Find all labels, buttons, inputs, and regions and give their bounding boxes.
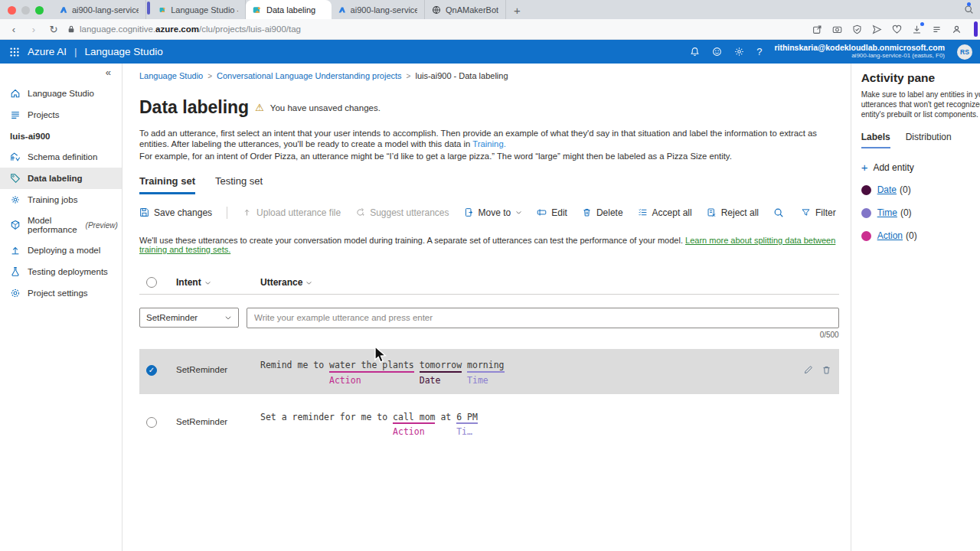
sidebar-item-testing-deployments[interactable]: Testing deployments — [0, 261, 122, 282]
chevron-down-icon[interactable] — [305, 279, 312, 286]
table-header: Intent Utterance — [139, 272, 839, 295]
close-window-button[interactable] — [8, 6, 16, 15]
utterance-text: at — [435, 412, 456, 423]
back-button[interactable]: ‹ — [8, 24, 20, 35]
minimize-window-button[interactable] — [21, 6, 30, 15]
save-icon — [139, 207, 149, 217]
waffle-menu-icon[interactable] — [9, 47, 20, 57]
sidebar-item-training-jobs[interactable]: Training jobs — [0, 189, 122, 210]
product-name[interactable]: Azure AI — [28, 46, 67, 57]
entity-span-time[interactable]: morningTime — [467, 360, 504, 386]
settings-gear-icon[interactable] — [734, 47, 744, 57]
address-field[interactable]: language.cognitive.azure.com/clu/project… — [67, 24, 805, 34]
tab-training-set[interactable]: Training set — [139, 175, 195, 194]
flask-icon — [10, 266, 21, 277]
entity-span-time[interactable]: 6 PMTi… — [456, 412, 478, 439]
row-checkbox-checked[interactable]: ✓ — [146, 365, 157, 376]
entity-row-time: Time (0) ··· — [861, 207, 980, 218]
accept-all-button[interactable]: Accept all — [638, 207, 692, 218]
breadcrumb-clu-projects[interactable]: Conversational Language Understanding pr… — [217, 71, 402, 80]
entity-span-action[interactable]: water the plantsAction — [329, 360, 414, 386]
column-intent[interactable]: Intent — [176, 277, 201, 288]
entity-name-link[interactable]: Action — [877, 230, 903, 241]
utterance-row-1[interactable]: ✓ SetReminder Remind me to water the pla… — [139, 349, 839, 394]
upload-utterance-file-button[interactable]: Upload utterance file — [242, 207, 341, 218]
row-delete-trash-icon[interactable] — [822, 365, 831, 375]
app-name[interactable]: Language Studio — [85, 46, 163, 57]
row-checkbox[interactable] — [146, 417, 157, 428]
entity-span-action[interactable]: call momAction — [393, 412, 435, 439]
browser-tab-2[interactable]: Language Studio - Micr — [152, 0, 246, 19]
profile-icon[interactable] — [952, 24, 962, 34]
labeled-utterance[interactable]: Set a reminder for me to call momAction … — [260, 412, 478, 439]
move-to-button[interactable]: Move to — [464, 207, 523, 218]
browser-tab-1[interactable]: ai900-lang-service-01 — [53, 0, 146, 19]
utterance-text: Set a reminder for me to — [260, 412, 393, 423]
camera-icon[interactable] — [832, 24, 842, 34]
utterance-row-2[interactable]: SetReminder Set a reminder for me to cal… — [139, 401, 839, 446]
send-icon[interactable] — [872, 24, 882, 34]
tab-distribution[interactable]: Distribution — [906, 132, 952, 148]
menu-list-icon[interactable] — [932, 24, 942, 34]
language-studio-icon — [159, 5, 166, 15]
utterance-input[interactable] — [247, 308, 839, 328]
entity-count: (0) — [900, 207, 912, 218]
tab-label: Data labeling — [266, 5, 315, 15]
new-tab-button[interactable]: + — [506, 4, 528, 19]
sidebar-project-name: luis-ai900 — [0, 126, 122, 146]
sidebar-collapse-button[interactable]: « — [0, 67, 122, 83]
sidebar-item-schema-definition[interactable]: Schema definition — [0, 146, 122, 168]
reject-all-button[interactable]: Reject all — [707, 207, 759, 218]
tab-label: ai900-lang-service-01- — [351, 5, 417, 15]
azure-icon — [338, 5, 346, 15]
add-entity-button[interactable]: Add entity — [873, 162, 913, 173]
chevron-down-icon[interactable] — [204, 279, 211, 286]
edit-button[interactable]: Edit — [537, 207, 567, 218]
notifications-bell-icon[interactable] — [690, 47, 700, 57]
reload-button[interactable]: ↻ — [47, 24, 60, 35]
sidebar-item-language-studio[interactable]: Language Studio — [0, 83, 122, 104]
delete-button[interactable]: Delete — [582, 207, 623, 218]
zoom-window-button[interactable] — [35, 6, 44, 15]
save-changes-button[interactable]: Save changes — [139, 207, 212, 218]
sidebar-item-model-performance[interactable]: Model performance (Preview) — [0, 210, 122, 240]
browser-tab-4[interactable]: ai900-lang-service-01- — [332, 0, 425, 19]
preview-badge: (Preview) — [86, 221, 118, 230]
forward-button[interactable]: › — [28, 24, 40, 35]
shield-icon[interactable] — [852, 24, 862, 34]
tab-labels[interactable]: Labels — [861, 132, 890, 148]
sidebar-item-label: Projects — [28, 110, 60, 119]
browser-tab-bar: ai900-lang-service-01 Language Studio - … — [0, 0, 980, 19]
row-edit-pencil-icon[interactable] — [803, 365, 813, 375]
tab-testing-set[interactable]: Testing set — [215, 175, 263, 194]
help-icon[interactable]: ? — [756, 46, 762, 57]
feedback-smiley-icon[interactable] — [712, 47, 722, 57]
sidebar-item-data-labeling[interactable]: Data labeling — [0, 168, 122, 189]
browser-tab-active[interactable]: Data labeling — [246, 0, 332, 19]
sidebar-item-projects[interactable]: Projects — [0, 104, 122, 126]
share-icon[interactable] — [812, 24, 822, 34]
training-link[interactable]: Training. — [472, 139, 506, 148]
breadcrumb-language-studio[interactable]: Language Studio — [139, 71, 203, 80]
tab-label: QnAMakerBot — [446, 5, 498, 15]
intro-text: To add an utterance, first select an int… — [139, 128, 839, 162]
labeled-utterance[interactable]: Remind me to water the plantsAction tomo… — [260, 360, 505, 386]
language-studio-icon — [253, 5, 262, 15]
chevron-down-icon — [224, 314, 232, 321]
suggest-utterances-button[interactable]: Suggest utterances — [355, 207, 449, 218]
filter-button[interactable]: Filter — [801, 207, 836, 218]
entity-name-link[interactable]: Time — [877, 207, 897, 218]
column-utterance[interactable]: Utterance — [260, 277, 302, 288]
select-all-checkbox[interactable] — [146, 277, 157, 288]
sidebar-item-project-settings[interactable]: Project settings — [0, 282, 122, 304]
search-icon[interactable] — [773, 207, 784, 218]
entity-name-link[interactable]: Date — [877, 184, 897, 195]
heart-icon[interactable] — [892, 24, 902, 34]
window-controls[interactable] — [0, 6, 53, 19]
account-info[interactable]: rithinskaria@kodekloudlab.onmicrosoft.co… — [774, 44, 945, 59]
sidebar-item-deploying-a-model[interactable]: Deploying a model — [0, 240, 122, 261]
entity-span-date[interactable]: tomorrowDate — [420, 360, 462, 386]
intent-select[interactable]: SetReminder — [139, 308, 239, 328]
avatar[interactable]: RS — [957, 44, 972, 60]
browser-tab-5[interactable]: QnAMakerBot — [425, 0, 506, 19]
